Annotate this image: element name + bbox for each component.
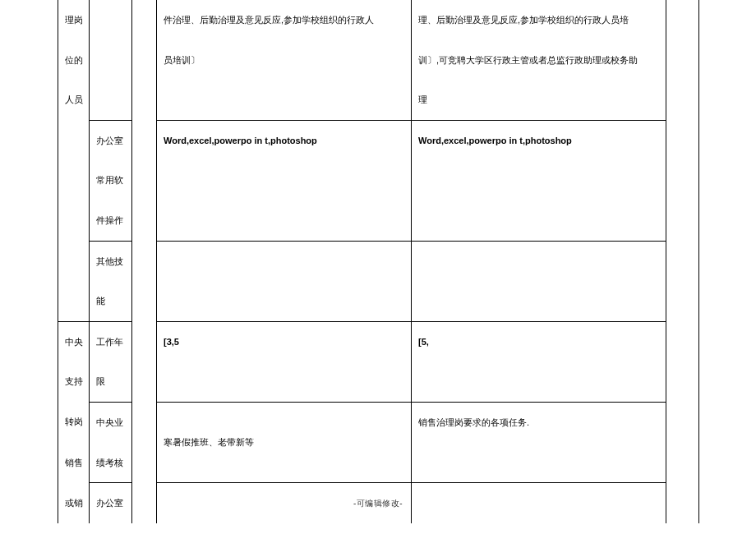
cell-cat2 bbox=[90, 0, 132, 40]
cell-cat2: 常用软 bbox=[90, 160, 132, 200]
cell-cat1: 理岗 bbox=[58, 0, 90, 40]
cell-cat2 bbox=[90, 80, 132, 120]
cell-cat1: 转岗 bbox=[58, 402, 90, 442]
cell-cat2 bbox=[90, 40, 132, 81]
cell-cat2: 办公室 bbox=[90, 120, 132, 160]
cell-text-b: 销售治理岗要求的各项任务. bbox=[412, 402, 666, 442]
cell-text-a bbox=[157, 361, 412, 402]
cell-cat2: 其他技 bbox=[90, 241, 132, 281]
cell-text-b: Word,excel,powerpo in t,photoshop bbox=[412, 120, 666, 160]
cell-text-b bbox=[412, 200, 666, 241]
cell-cat2: 绩考核 bbox=[90, 443, 132, 483]
cell-text-b: 理 bbox=[412, 80, 666, 120]
cell-cat1: 销售 bbox=[58, 443, 90, 483]
cell-cat1: 支持 bbox=[58, 361, 90, 402]
cell-spacer bbox=[132, 0, 157, 523]
cell-text-b bbox=[412, 160, 666, 200]
cell-cat2: 限 bbox=[90, 361, 132, 402]
cell-cat1: 人员 bbox=[58, 80, 90, 120]
cell-text-b bbox=[412, 361, 666, 402]
cell-text-a: [3,5 bbox=[157, 321, 412, 361]
cell-text-a bbox=[157, 281, 412, 321]
cell-text-a: 件治理、后勤治理及意见反应,参加学校组织的行政人 bbox=[157, 0, 412, 40]
cell-cat1 bbox=[58, 241, 90, 281]
cell-text-a bbox=[157, 241, 412, 281]
cell-text-a bbox=[157, 80, 412, 120]
cell-cat2: 件操作 bbox=[90, 200, 132, 241]
cell-text-b: [5, bbox=[412, 321, 666, 361]
cell-text-a: 寒暑假推班、老带新等 bbox=[157, 402, 412, 482]
cell-text-a bbox=[157, 200, 412, 241]
cell-cat2: 能 bbox=[90, 281, 132, 321]
cell-cat1 bbox=[58, 160, 90, 200]
page-footer: -可编辑修改- bbox=[0, 498, 756, 509]
cell-text-b bbox=[412, 443, 666, 483]
cell-text-a: Word,excel,powerpo in t,photoshop bbox=[157, 120, 412, 160]
cell-cat1 bbox=[58, 281, 90, 321]
cell-cat1: 中央 bbox=[58, 321, 90, 361]
cell-cat1 bbox=[58, 120, 90, 160]
cell-cat1: 位的 bbox=[58, 40, 90, 81]
document-page: 理岗 件治理、后勤治理及意见反应,参加学校组织的行政人 理、后勤治理及意见反应,… bbox=[0, 0, 756, 534]
cell-text-b: 训〕,可竞聘大学区行政主管或者总监行政助理或校务助 bbox=[412, 40, 666, 81]
cell-text-b: 理、后勤治理及意见反应,参加学校组织的行政人员培 bbox=[412, 0, 666, 40]
cell-text-b bbox=[412, 281, 666, 321]
cell-cat1 bbox=[58, 200, 90, 241]
table-row: 理岗 件治理、后勤治理及意见反应,参加学校组织的行政人 理、后勤治理及意见反应,… bbox=[58, 0, 699, 40]
cell-text-b bbox=[412, 241, 666, 281]
cell-tail bbox=[666, 0, 699, 523]
cell-cat2: 中央业 bbox=[90, 402, 132, 442]
cell-text-a: 员培训〕 bbox=[157, 40, 412, 81]
cell-cat2: 工作年 bbox=[90, 321, 132, 361]
main-table: 理岗 件治理、后勤治理及意见反应,参加学校组织的行政人 理、后勤治理及意见反应,… bbox=[58, 0, 699, 523]
cell-text-a bbox=[157, 160, 412, 200]
